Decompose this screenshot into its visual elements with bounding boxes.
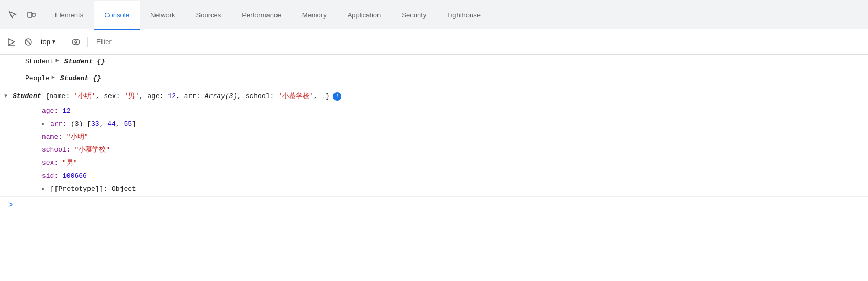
tab-network[interactable]: Network — [140, 1, 186, 30]
console-line-1: Student ▶ Student {} — [0, 55, 868, 71]
toolbar-divider — [64, 37, 64, 47]
tab-sources[interactable]: Sources — [186, 1, 232, 30]
console-line1-label: Student — [25, 57, 54, 68]
console-output: Student ▶ Student {} People ▶ Student {}… — [0, 55, 868, 213]
context-selector[interactable]: top ▼ — [38, 37, 60, 47]
prop-school-val: "小慕学校" — [74, 145, 110, 156]
prop-sex-key: sex: — [42, 158, 58, 169]
console-prompt[interactable]: > — [0, 197, 868, 213]
expand-arr-icon[interactable]: ▶ — [42, 120, 49, 128]
filter-input[interactable] — [92, 36, 864, 48]
prop-age: age: 12 — [0, 105, 868, 118]
prop-arr-val: (3) [33, 44, 55] — [71, 119, 136, 130]
info-icon[interactable]: i — [333, 92, 341, 101]
prop-name-key: name: — [42, 132, 62, 143]
prop-name: name: "小明" — [0, 131, 868, 144]
svg-point-7 — [75, 41, 77, 43]
tab-icons — [0, 0, 44, 29]
toolbar: top ▼ — [0, 29, 868, 55]
svg-marker-2 — [8, 39, 15, 45]
prop-sex-val: "男" — [62, 158, 77, 169]
console-line3-header: ▼ Student {name: '小明' , sex: '男' , age: … — [0, 88, 868, 105]
toolbar-divider2 — [87, 37, 88, 47]
tab-memory[interactable]: Memory — [292, 1, 337, 30]
prop-proto-val: Object — [112, 184, 136, 195]
prop-proto-key: [[Prototype]]: — [50, 184, 107, 195]
expand-icon-2[interactable]: ▶ — [52, 73, 59, 82]
clear-console-icon[interactable] — [21, 35, 36, 49]
svg-line-5 — [26, 39, 31, 45]
expand-proto-icon[interactable]: ▶ — [42, 185, 49, 193]
tab-bar: Elements Console Network Sources Perform… — [0, 0, 868, 29]
tab-application[interactable]: Application — [337, 1, 392, 30]
tab-performance[interactable]: Performance — [231, 1, 291, 30]
expand-icon-3[interactable]: ▼ — [4, 92, 12, 101]
prop-arr: ▶ arr: (3) [33, 44, 55] — [0, 118, 868, 131]
prop-age-val: 12 — [62, 106, 71, 117]
device-toggle-icon[interactable] — [23, 6, 40, 23]
execute-context-icon[interactable] — [4, 35, 19, 49]
console-line2-value: Student {} — [60, 73, 101, 84]
prop-school: school: "小慕学校" — [0, 144, 868, 157]
console-line-2: People ▶ Student {} — [0, 71, 868, 88]
dropdown-arrow-icon: ▼ — [51, 39, 57, 45]
tab-security[interactable]: Security — [391, 1, 437, 30]
prop-prototype: ▶ [[Prototype]]: Object — [0, 183, 868, 196]
eye-icon[interactable] — [69, 35, 83, 49]
cursor-icon[interactable] — [4, 6, 21, 23]
prop-sid-val: 100666 — [62, 171, 87, 182]
console-line-3: ▼ Student {name: '小明' , sex: '男' , age: … — [0, 88, 868, 197]
prop-school-key: school: — [42, 145, 71, 156]
prop-age-key: age: — [42, 106, 58, 117]
prop-name-val: "小明" — [66, 132, 88, 143]
svg-point-6 — [72, 39, 80, 45]
expand-icon-1[interactable]: ▶ — [56, 57, 63, 65]
prop-sex: sex: "男" — [0, 157, 868, 170]
svg-rect-1 — [32, 13, 35, 16]
tab-elements[interactable]: Elements — [44, 1, 94, 30]
console-line2-label: People — [25, 73, 50, 84]
prop-sid-key: sid: — [42, 171, 58, 182]
svg-rect-0 — [28, 12, 32, 17]
tab-lighthouse[interactable]: Lighthouse — [437, 1, 491, 30]
prop-sid: sid: 100666 — [0, 170, 868, 183]
console-line1-value: Student {} — [64, 57, 105, 68]
tab-console[interactable]: Console — [94, 1, 140, 30]
prop-arr-key: arr: — [50, 119, 66, 130]
